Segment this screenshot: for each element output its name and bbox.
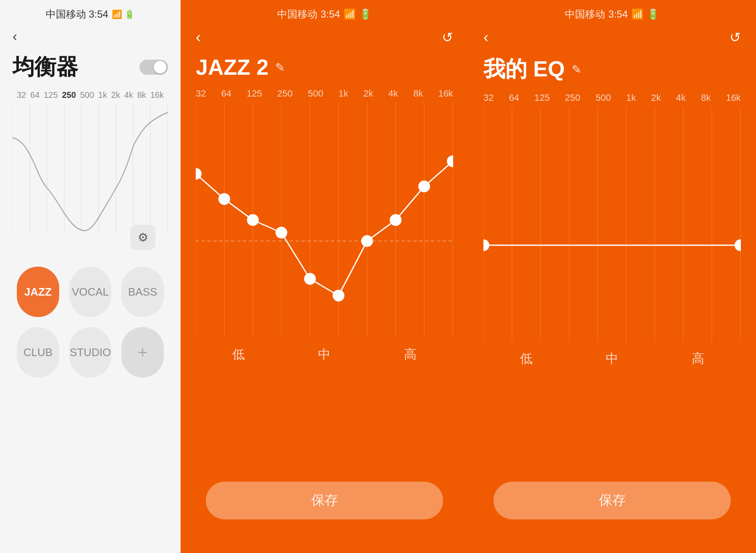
reset-button-3[interactable]: ↺ (730, 29, 741, 45)
panel2-freq-labels: 32 64 125 250 500 1k 2k 4k 8k 16k (181, 88, 468, 99)
p2-freq-16k: 16k (438, 88, 453, 99)
svg-point-29 (418, 181, 430, 192)
edit-icon-3[interactable]: ✎ (572, 63, 581, 76)
p3-freq-1k: 1k (626, 92, 636, 103)
svg-point-24 (276, 227, 287, 238)
status-time-2: 中国移动 3:54 (277, 8, 340, 21)
svg-point-25 (304, 273, 316, 285)
status-icons-2: 📶 🔋 (344, 8, 372, 20)
freq-16k: 16k (150, 90, 164, 100)
panel-equalizer-list: 中国移动 3:54 📶 🔋 ‹ 均衡器 32 64 125 250 500 1k… (0, 0, 181, 553)
p2-freq-32: 32 (196, 88, 206, 99)
status-time-1: 中国移动 3:54 (46, 8, 108, 21)
p3-freq-4k: 4k (676, 92, 686, 103)
panel2-header: ‹ ↺ (181, 24, 468, 50)
freq-8k: 8k (137, 90, 146, 100)
status-bar-3: 中国移动 3:54 📶 🔋 (468, 0, 756, 24)
status-icons-3: 📶 🔋 (631, 8, 659, 20)
freq-labels-row: 32 64 125 250 500 1k 2k 4k 8k 16k (13, 90, 168, 100)
eq-toggle[interactable] (139, 60, 168, 75)
freq-32: 32 (17, 90, 26, 100)
p3-freq-8k: 8k (701, 92, 711, 103)
svg-point-26 (333, 290, 344, 301)
band-mid-2: 中 (318, 346, 331, 363)
panel2-title-row: JAZZ 2 ✎ (181, 50, 468, 88)
band-high-3: 高 (692, 350, 704, 367)
freq-2k: 2k (111, 90, 120, 100)
panel-jazz2: 中国移动 3:54 📶 🔋 ‹ ↺ JAZZ 2 ✎ 32 64 125 250… (181, 0, 468, 553)
reset-button-2[interactable]: ↺ (442, 29, 453, 45)
status-bar-1: 中国移动 3:54 📶 🔋 (0, 0, 181, 24)
band-labels-3: 低 中 高 (468, 342, 756, 376)
eq-chart[interactable] (13, 104, 168, 234)
p3-freq-2k: 2k (651, 92, 661, 103)
back-button-3[interactable]: ‹ (483, 29, 488, 46)
panel3-chart[interactable] (483, 107, 741, 342)
save-btn-container-2: 保存 (181, 473, 468, 528)
panel3-header: ‹ ↺ (468, 24, 756, 50)
panel2-title: JAZZ 2 (196, 55, 268, 80)
panel1-header: ‹ (0, 24, 181, 48)
freq-64: 64 (30, 90, 39, 100)
p3-freq-32: 32 (483, 92, 494, 103)
add-preset-button[interactable]: + (121, 327, 164, 377)
band-high-2: 高 (404, 346, 417, 363)
svg-point-22 (218, 193, 230, 205)
page-title-1: 均衡器 (13, 52, 78, 82)
p3-freq-500: 500 (596, 92, 611, 103)
save-button-2[interactable]: 保存 (206, 482, 443, 519)
preset-studio[interactable]: STUDIO (69, 327, 112, 377)
freq-500: 500 (80, 90, 94, 100)
p2-freq-4k: 4k (388, 88, 398, 99)
preset-bass[interactable]: BASS (121, 267, 164, 317)
p2-freq-1k: 1k (339, 88, 348, 99)
status-bar-2: 中国移动 3:54 📶 🔋 (181, 0, 468, 24)
preset-grid: JAZZ VOCAL BASS CLUB STUDIO + (0, 250, 181, 386)
band-low-3: 低 (520, 350, 533, 367)
preset-jazz[interactable]: JAZZ (17, 267, 59, 317)
band-labels-2: 低 中 高 (181, 338, 468, 372)
band-mid-3: 中 (606, 350, 618, 367)
status-time-3: 中国移动 3:54 (565, 8, 627, 21)
band-low-2: 低 (232, 346, 245, 363)
freq-4k: 4k (124, 90, 133, 100)
p3-freq-250: 250 (565, 92, 580, 103)
settings-button[interactable]: ⚙ (130, 225, 155, 250)
p3-freq-125: 125 (534, 92, 550, 103)
p2-freq-250: 250 (277, 88, 293, 99)
preset-club[interactable]: CLUB (17, 327, 59, 377)
freq-250: 250 (62, 90, 76, 100)
back-button-1[interactable]: ‹ (13, 29, 17, 44)
back-button-2[interactable]: ‹ (196, 29, 201, 46)
edit-icon-2[interactable]: ✎ (275, 60, 285, 74)
panel-my-eq: 中国移动 3:54 📶 🔋 ‹ ↺ 我的 EQ ✎ 32 64 125 250 … (468, 0, 756, 553)
save-button-3[interactable]: 保存 (494, 482, 731, 519)
p2-freq-64: 64 (221, 88, 231, 99)
p2-freq-2k: 2k (363, 88, 373, 99)
panel3-freq-labels: 32 64 125 250 500 1k 2k 4k 8k 16k (468, 92, 756, 103)
panel3-title-row: 我的 EQ ✎ (468, 50, 756, 92)
gear-icon: ⚙ (138, 231, 148, 244)
freq-1k: 1k (98, 90, 107, 100)
preset-vocal[interactable]: VOCAL (69, 267, 112, 317)
panel1-title-row: 均衡器 (0, 48, 181, 90)
svg-point-44 (735, 239, 741, 251)
status-icons-1: 📶 🔋 (112, 9, 135, 19)
eq-chart-container: 32 64 125 250 500 1k 2k 4k 8k 16k (13, 90, 168, 250)
svg-point-28 (390, 214, 402, 226)
save-btn-container-3: 保存 (468, 473, 756, 528)
svg-point-27 (361, 235, 373, 247)
svg-point-43 (483, 239, 489, 251)
p2-freq-125: 125 (247, 88, 262, 99)
freq-125: 125 (44, 90, 58, 100)
p2-freq-8k: 8k (413, 88, 423, 99)
p3-freq-16k: 16k (726, 92, 740, 103)
panel3-title: 我的 EQ (483, 55, 565, 84)
svg-point-23 (247, 214, 259, 226)
p3-freq-64: 64 (509, 92, 519, 103)
p2-freq-500: 500 (308, 88, 323, 99)
panel2-chart[interactable] (196, 102, 453, 338)
